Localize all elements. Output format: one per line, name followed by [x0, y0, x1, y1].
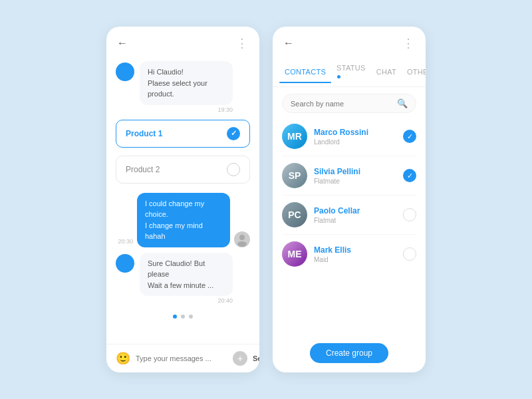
tabs-row: CONTACTS STATUS CHAT OTHERS — [273, 57, 426, 87]
avatar-img — [234, 231, 250, 247]
contacts-back-button[interactable]: ← — [283, 37, 294, 49]
contacts-panel: ← ⋮ CONTACTS STATUS CHAT OTHERS 🔍 MR Mar… — [273, 27, 426, 372]
avatar: ME — [282, 241, 307, 267]
search-icon: 🔍 — [397, 98, 408, 108]
contact-uncheck-circle — [403, 247, 416, 261]
avatar — [116, 254, 134, 273]
add-button[interactable]: + — [233, 351, 247, 366]
message-row: Sure Claudio! But pleaseWait a few minut… — [116, 253, 250, 305]
product-option-1[interactable]: Product 1 ✓ — [116, 120, 250, 148]
contact-item[interactable]: PC Paolo Cellar Flatmat — [282, 196, 416, 235]
contact-item[interactable]: ME Mark Ellis Maid — [282, 235, 416, 273]
message-bubble: Hi Claudio!Plaese select your product. — [140, 61, 233, 105]
contact-info: Marco Rossini Landlord — [314, 128, 396, 146]
contact-item[interactable]: SP Silvia Pellini Flatmate ✓ — [282, 156, 416, 196]
tab-others[interactable]: OTHERS — [402, 61, 426, 82]
avatar: PC — [282, 202, 307, 227]
contact-role: Flatmat — [314, 217, 396, 224]
contact-info: Mark Ellis Maid — [314, 245, 396, 263]
contacts-header: ← ⋮ — [273, 27, 426, 57]
message-time: 20:30 — [118, 238, 133, 245]
send-button[interactable]: Send — [253, 354, 259, 362]
sent-message-row: 20:30 I could change my choice.I change … — [116, 193, 250, 247]
contact-name: Paolo Cellar — [314, 206, 396, 215]
check-icon: ✓ — [227, 127, 240, 140]
svg-point-0 — [239, 235, 245, 240]
contact-role: Maid — [314, 256, 396, 263]
chat-input-bar: 🙂 + Send — [106, 344, 259, 372]
contacts-footer: Create group — [273, 336, 426, 372]
contact-info: Silvia Pellini Flatmate — [314, 167, 396, 185]
chat-header: ← ⋮ — [106, 27, 259, 57]
contacts-list: MR Marco Rossini Landlord ✓ SP Silvia Pe… — [273, 117, 426, 336]
message-bubble-sent: I could change my choice.I change my min… — [137, 193, 230, 247]
contact-item[interactable]: MR Marco Rossini Landlord ✓ — [282, 117, 416, 156]
status-dot-icon — [337, 75, 340, 78]
contact-info: Paolo Cellar Flatmat — [314, 206, 396, 224]
emoji-button[interactable]: 🙂 — [116, 351, 130, 366]
message-row: Hi Claudio!Plaese select your product. 1… — [116, 61, 250, 113]
contact-check-icon: ✓ — [403, 130, 416, 143]
contact-role: Flatmate — [314, 178, 396, 185]
pagination-dots — [116, 309, 250, 324]
avatar: SP — [282, 163, 307, 188]
tab-contacts[interactable]: CONTACTS — [279, 61, 331, 82]
contact-name: Marco Rossini — [314, 128, 396, 137]
contact-uncheck-circle — [403, 208, 416, 221]
message-time: 19:30 — [140, 106, 233, 113]
uncheck-circle — [227, 163, 240, 176]
pagination-dot — [181, 315, 185, 319]
contact-role: Landlord — [314, 138, 396, 146]
message-bubble: Sure Claudio! But pleaseWait a few minut… — [140, 253, 233, 297]
chat-panel: ← ⋮ Hi Claudio!Plaese select your produc… — [106, 27, 259, 372]
chat-back-button[interactable]: ← — [117, 37, 128, 49]
search-bar: 🔍 — [282, 94, 416, 113]
contact-name: Silvia Pellini — [314, 167, 396, 176]
contact-name: Mark Ellis — [314, 245, 396, 255]
pagination-dot-active — [173, 315, 177, 319]
chat-messages: Hi Claudio!Plaese select your product. 1… — [106, 57, 259, 344]
contacts-more-button[interactable]: ⋮ — [402, 36, 415, 51]
avatar — [116, 63, 134, 81]
message-time: 20:40 — [140, 297, 233, 304]
search-input[interactable] — [291, 100, 392, 108]
svg-point-1 — [237, 241, 247, 247]
create-group-button[interactable]: Create group — [310, 343, 388, 363]
product-option-2[interactable]: Product 2 — [116, 156, 250, 184]
chat-more-button[interactable]: ⋮ — [236, 36, 249, 51]
tab-status[interactable]: STATUS — [331, 57, 371, 86]
avatar: MR — [282, 124, 307, 149]
tab-chat[interactable]: CHAT — [371, 61, 402, 82]
chat-input[interactable] — [136, 354, 227, 362]
contact-check-icon: ✓ — [403, 169, 416, 182]
pagination-dot — [189, 315, 193, 319]
